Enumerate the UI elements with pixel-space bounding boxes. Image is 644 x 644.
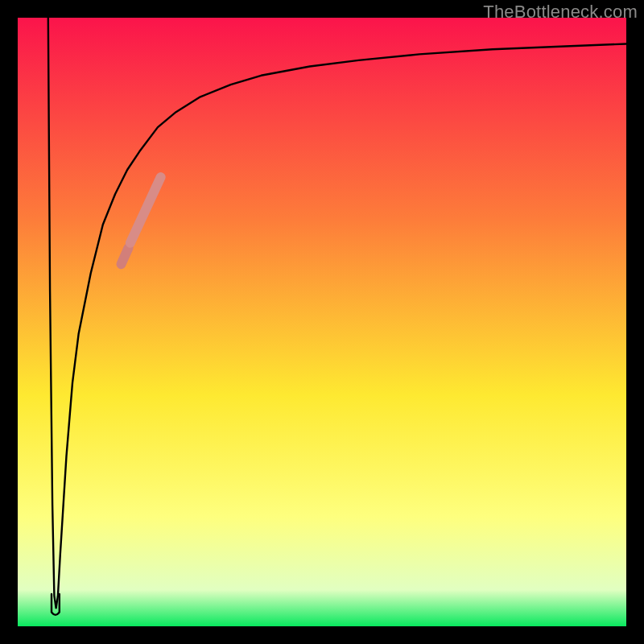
chart-plot — [18, 18, 626, 626]
watermark-text: TheBottleneck.com — [483, 2, 638, 23]
highlight-segment-lower — [122, 248, 129, 264]
chart-stage: TheBottleneck.com — [0, 0, 644, 644]
gradient-bg — [18, 18, 626, 626]
